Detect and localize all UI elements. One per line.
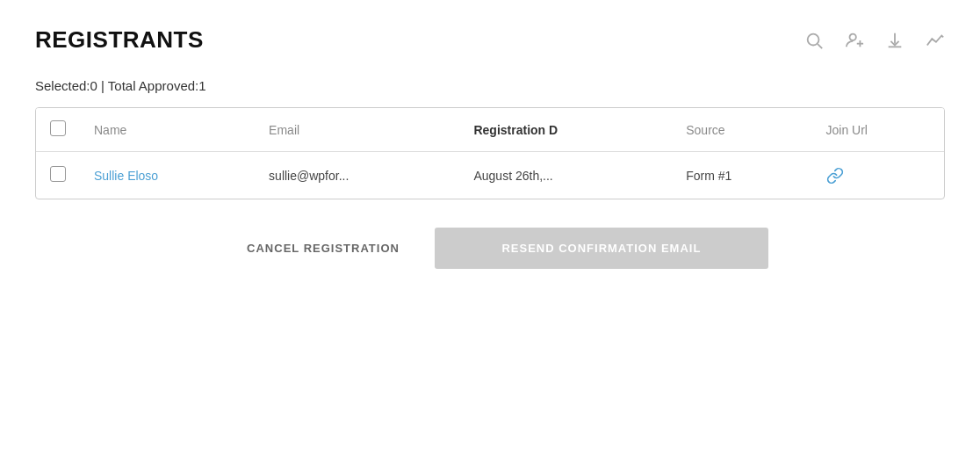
summary-text: Selected:0 | Total Approved:1 <box>35 78 945 93</box>
row-email: sullie@wpfor... <box>255 152 459 199</box>
page-title: REGISTRANTS <box>35 26 204 54</box>
search-icon[interactable] <box>804 31 824 50</box>
row-source: Form #1 <box>672 152 811 199</box>
col-email: Email <box>255 108 459 152</box>
select-all-checkbox[interactable] <box>50 120 66 136</box>
col-source: Source <box>672 108 811 152</box>
analytics-icon[interactable] <box>926 31 945 50</box>
resend-confirmation-button[interactable]: RESEND CONFIRMATION EMAIL <box>435 228 768 269</box>
row-checkbox[interactable] <box>50 166 66 182</box>
registrants-table-wrapper: Name Email Registration D Source Join Ur… <box>35 107 945 199</box>
svg-line-1 <box>818 44 822 48</box>
select-all-header[interactable] <box>36 108 80 152</box>
join-url-link-icon[interactable] <box>826 167 844 181</box>
registrants-table: Name Email Registration D Source Join Ur… <box>36 108 944 199</box>
row-registration-date: August 26th,... <box>459 152 672 199</box>
page-header: REGISTRANTS <box>35 26 945 54</box>
row-name: Sullie Eloso <box>80 152 255 199</box>
svg-point-2 <box>850 33 856 40</box>
download-icon[interactable] <box>885 31 904 50</box>
header-icons <box>804 31 945 50</box>
row-checkbox-cell[interactable] <box>36 152 80 199</box>
footer-actions: CANCEL REGISTRATION RESEND CONFIRMATION … <box>35 228 945 269</box>
registrant-name-link[interactable]: Sullie Eloso <box>94 169 158 183</box>
row-join-url[interactable] <box>812 152 945 199</box>
svg-point-0 <box>808 33 819 45</box>
cancel-registration-button[interactable]: CANCEL REGISTRATION <box>212 229 435 267</box>
col-name: Name <box>80 108 255 152</box>
table-row: Sullie Eloso sullie@wpfor... August 26th… <box>36 152 944 199</box>
col-join-url: Join Url <box>812 108 945 152</box>
col-registration-date: Registration D <box>459 108 672 152</box>
table-header-row: Name Email Registration D Source Join Ur… <box>36 108 944 152</box>
add-user-icon[interactable] <box>845 31 864 50</box>
